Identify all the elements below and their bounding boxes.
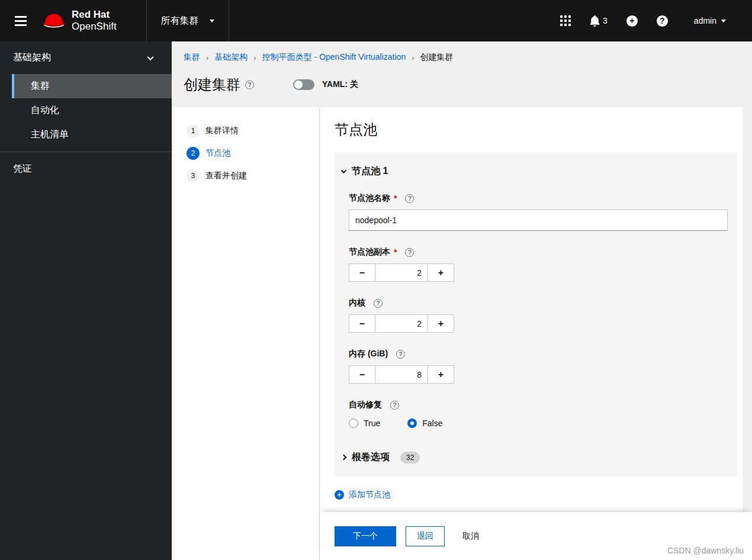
brand-logo: Red Hat OpenShift [41, 9, 146, 32]
next-button[interactable]: 下一个 [335, 526, 396, 546]
breadcrumb-link-control-plane-type[interactable]: 控制平面类型 - OpenShift Virtualization [262, 52, 406, 63]
back-button[interactable]: 退回 [406, 526, 445, 546]
page-title: 创建集群 [184, 75, 240, 94]
notifications-button[interactable]: 3 [590, 15, 608, 27]
scrollbar-track[interactable] [743, 107, 752, 512]
hamburger-icon [15, 16, 27, 26]
cancel-button[interactable]: 取消 [454, 526, 487, 546]
sidebar-item-clusters[interactable]: 集群 [12, 74, 172, 98]
radio-label: True [364, 419, 380, 428]
field-label: 节点池副本 [349, 247, 390, 258]
help-icon[interactable]: ? [405, 194, 414, 203]
required-indicator: * [394, 194, 397, 203]
decrement-button[interactable]: − [349, 365, 375, 384]
field-memory: 内存 (GiB) ? − + [349, 349, 728, 384]
breadcrumb-current: 创建集群 [420, 52, 454, 63]
yaml-toggle[interactable] [293, 79, 314, 90]
node-pool-name-input[interactable] [349, 210, 728, 231]
sidebar-item-label: 集群 [31, 81, 50, 91]
cluster-selector-label: 所有集群 [161, 15, 199, 27]
increment-button[interactable]: + [428, 314, 454, 333]
decrement-button[interactable]: − [349, 314, 375, 333]
breadcrumb-link-infrastructure[interactable]: 基础架构 [214, 52, 248, 63]
nav-group-infrastructure[interactable]: 基础架构 [0, 41, 172, 74]
nav-group-label: 基础架构 [13, 52, 51, 64]
step-number: 3 [187, 169, 200, 182]
field-label: 内存 (GiB) [349, 349, 388, 359]
radio-icon [349, 419, 358, 428]
auto-repair-true-radio[interactable]: True [349, 419, 380, 428]
increment-button[interactable]: + [428, 365, 454, 384]
question-circle-icon: ? [657, 15, 668, 27]
required-indicator: * [394, 247, 397, 257]
yaml-toggle-label: YAML: 关 [322, 79, 358, 90]
add-node-pool-button[interactable]: + 添加节点池 [335, 490, 390, 500]
plus-circle-icon: + [626, 15, 638, 27]
nav-toggle-button[interactable] [0, 0, 41, 41]
auto-repair-false-radio[interactable]: False [407, 419, 442, 428]
radio-label: False [422, 419, 442, 428]
field-cores: 内核 ? − + [349, 298, 728, 333]
user-menu-dropdown[interactable]: admin [694, 16, 726, 25]
help-icon[interactable]: ? [390, 401, 399, 410]
breadcrumb-separator: › [412, 53, 414, 62]
auto-repair-radio-group: True False [349, 419, 728, 428]
help-icon[interactable]: ? [405, 248, 414, 257]
sidebar-item-automation[interactable]: 自动化 [0, 98, 172, 123]
side-navigation: 基础架构 集群 自动化 主机清单 凭证 [0, 41, 172, 560]
notification-count: 3 [603, 16, 608, 25]
root-volume-expand-toggle[interactable]: 根卷选项 32 [339, 444, 732, 471]
masthead-toolbar: 3 + ? admin [560, 15, 752, 27]
main-content: 集群 › 基础架构 › 控制平面类型 - OpenShift Virtualiz… [172, 41, 752, 560]
yaml-toggle-group: YAML: 关 [293, 79, 358, 90]
breadcrumb-link-clusters[interactable]: 集群 [184, 52, 200, 63]
root-volume-title: 根卷选项 [352, 451, 390, 464]
field-label: 节点池名称 [349, 193, 390, 204]
brand-line2: OpenShift [72, 21, 117, 33]
wizard-step-review-create[interactable]: 3 查看并创建 [172, 165, 319, 187]
add-node-pool-label: 添加节点池 [349, 490, 390, 500]
memory-stepper: − + [349, 365, 454, 384]
sidebar-item-host-inventory[interactable]: 主机清单 [0, 123, 172, 147]
help-icon[interactable]: ? [374, 299, 383, 308]
watermark: CSDN @dawnsky.liu [667, 546, 744, 555]
help-icon[interactable]: ? [396, 350, 405, 359]
field-label: 自动修复 [349, 400, 382, 410]
field-node-pool-name: 节点池名称 * ? [349, 193, 728, 231]
wizard-step-cluster-details[interactable]: 1 集群详情 [172, 120, 319, 142]
step-heading: 节点池 [335, 120, 737, 139]
wizard-content: 节点池 节点池 1 节点池名称 [320, 107, 752, 512]
bell-icon [590, 15, 600, 27]
field-label: 内核 [349, 298, 365, 308]
cores-stepper: − + [349, 314, 454, 333]
masthead: Red Hat OpenShift 所有集群 [0, 0, 752, 41]
apps-grid-icon [560, 15, 571, 26]
increment-button[interactable]: + [428, 263, 454, 282]
help-menu-button[interactable]: ? [657, 15, 668, 27]
node-pool-expand-toggle[interactable]: 节点池 1 [339, 163, 732, 180]
breadcrumb-separator: › [253, 53, 256, 62]
root-volume-badge: 32 [400, 452, 420, 464]
step-label: 节点池 [205, 148, 230, 159]
decrement-button[interactable]: − [349, 263, 375, 282]
openshift-console: Red Hat OpenShift 所有集群 [0, 0, 752, 560]
field-node-pool-replicas: 节点池副本 * ? − + [349, 247, 728, 282]
chevron-right-icon [341, 455, 347, 461]
add-resource-button[interactable]: + [626, 15, 638, 27]
create-cluster-wizard: 1 集群详情 2 节点池 3 查看并创建 节点池 [172, 107, 752, 560]
caret-down-icon [210, 20, 214, 22]
sidebar-item-label: 凭证 [13, 163, 32, 175]
wizard-step-node-pools[interactable]: 2 节点池 [172, 142, 319, 165]
memory-input[interactable] [375, 365, 428, 384]
sidebar-item-credentials[interactable]: 凭证 [0, 152, 172, 186]
sidebar-item-label: 自动化 [31, 105, 59, 115]
help-icon[interactable]: ? [245, 81, 254, 89]
node-pool-fields: 节点池名称 * ? 节点池副本 [349, 193, 728, 428]
app-launcher-button[interactable] [560, 15, 571, 26]
cluster-selector-dropdown[interactable]: 所有集群 [146, 0, 229, 41]
replicas-stepper: − + [349, 263, 454, 282]
step-label: 集群详情 [205, 125, 239, 136]
replicas-input[interactable] [375, 263, 428, 282]
cores-input[interactable] [375, 314, 428, 333]
field-auto-repair: 自动修复 ? True [349, 400, 728, 428]
